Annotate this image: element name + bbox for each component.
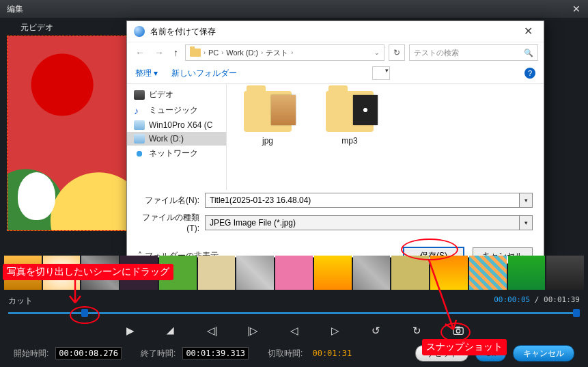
help-icon[interactable]: ? bbox=[524, 68, 535, 79]
breadcrumb[interactable]: › PC › Work (D:) › テスト › ⌄ bbox=[185, 44, 384, 61]
editor-titlebar: 編集 ✕ bbox=[0, 0, 588, 18]
forward-icon[interactable]: → bbox=[152, 47, 167, 58]
start-time-field[interactable]: 00:00:08.276 bbox=[55, 347, 122, 359]
svg-rect-2 bbox=[456, 327, 460, 329]
chevron-right-icon: › bbox=[204, 49, 206, 56]
svg-point-1 bbox=[456, 329, 460, 333]
next-frame-icon[interactable]: |▷ bbox=[247, 325, 260, 337]
track-line bbox=[8, 312, 580, 314]
rotate-ccw-icon[interactable]: ↺ bbox=[370, 325, 382, 337]
refresh-icon[interactable]: ↻ bbox=[389, 44, 405, 61]
mark-in-icon[interactable] bbox=[165, 325, 178, 337]
tree-item-network[interactable]: ネットワーク bbox=[127, 146, 226, 161]
chevron-down-icon[interactable]: ⌄ bbox=[374, 49, 380, 56]
folder-thumb bbox=[353, 95, 378, 125]
chevron-down-icon[interactable]: ▾ bbox=[519, 193, 532, 207]
filename-field[interactable]: Title1(2025-01-23 16.48.04)▾ bbox=[205, 193, 533, 208]
time-display: 00:00:05 / 00:01:39 bbox=[494, 295, 580, 304]
snapshot-icon[interactable] bbox=[452, 325, 464, 337]
thumb[interactable] bbox=[120, 256, 158, 290]
tree-item-drive-d[interactable]: Work (D:) bbox=[127, 132, 226, 146]
trim-end-handle[interactable] bbox=[573, 309, 580, 317]
thumb[interactable] bbox=[391, 256, 429, 290]
cut-track[interactable] bbox=[8, 309, 580, 317]
film-icon bbox=[134, 90, 145, 100]
dialog-title-text: 名前を付けて保存 bbox=[150, 21, 216, 42]
dialog-close-icon[interactable]: ✕ bbox=[520, 21, 537, 42]
reset-button[interactable]: リセット bbox=[415, 345, 468, 362]
svg-rect-0 bbox=[453, 328, 462, 335]
folder-item[interactable]: mp3 bbox=[322, 91, 377, 146]
app-icon bbox=[134, 26, 145, 37]
thumb[interactable] bbox=[546, 256, 584, 290]
folder-icon bbox=[190, 49, 201, 57]
new-folder-button[interactable]: 新しいフォルダー bbox=[171, 68, 237, 79]
tree-item-drive-c[interactable]: Win10Pro X64 (C bbox=[127, 118, 226, 132]
cut-label: カット bbox=[8, 295, 33, 307]
folder-item[interactable]: jpg bbox=[240, 91, 295, 146]
thumb[interactable] bbox=[314, 256, 352, 290]
current-time: 00:00:05 bbox=[494, 295, 530, 304]
filename-label: ファイル名(N): bbox=[138, 195, 199, 206]
prev-frame-icon[interactable]: ◁| bbox=[206, 325, 219, 337]
tree-item-video[interactable]: ビデオ bbox=[127, 87, 226, 103]
drive-icon bbox=[134, 134, 145, 144]
step-back-icon[interactable]: ◁ bbox=[288, 325, 300, 337]
breadcrumb-seg[interactable]: テスト bbox=[266, 48, 288, 58]
dialog-toolbar: 整理 ▾ 新しいフォルダー ? bbox=[127, 63, 544, 84]
music-icon: ♪ bbox=[134, 106, 145, 115]
thumb[interactable] bbox=[43, 256, 81, 290]
play-icon[interactable]: ▶ bbox=[124, 325, 137, 337]
folder-thumb bbox=[271, 95, 296, 125]
chevron-down-icon[interactable]: ▾ bbox=[519, 216, 532, 230]
thumb[interactable] bbox=[430, 256, 468, 290]
trim-start-handle[interactable] bbox=[81, 309, 88, 317]
video-character bbox=[18, 172, 55, 220]
network-icon bbox=[134, 149, 145, 159]
chevron-right-icon: › bbox=[261, 49, 263, 56]
video-preview bbox=[7, 36, 130, 231]
time-sep: / bbox=[530, 295, 544, 304]
breadcrumb-seg[interactable]: PC bbox=[208, 49, 219, 57]
thumb[interactable] bbox=[4, 256, 42, 290]
rotate-cw-icon[interactable]: ↻ bbox=[411, 325, 423, 337]
search-placeholder: テストの検索 bbox=[414, 48, 459, 58]
ok-button[interactable]: Ok bbox=[475, 345, 506, 362]
trim-time-label: 切取時間: bbox=[268, 348, 303, 359]
thumb[interactable] bbox=[275, 256, 313, 290]
view-options[interactable] bbox=[372, 66, 390, 80]
editor-close-icon[interactable]: ✕ bbox=[570, 3, 583, 15]
back-icon[interactable]: ← bbox=[132, 47, 148, 58]
up-icon[interactable]: ↑ bbox=[171, 47, 181, 58]
thumb[interactable] bbox=[508, 256, 546, 290]
drive-icon bbox=[134, 120, 145, 130]
folder-icon bbox=[244, 91, 292, 132]
folder-tree: ビデオ ♪ミュージック Win10Pro X64 (C Work (D:) ネッ… bbox=[127, 84, 227, 190]
chevron-right-icon: › bbox=[291, 49, 293, 56]
editor-cancel-button[interactable]: キャンセル bbox=[513, 345, 574, 362]
folder-pane[interactable]: jpg mp3 bbox=[227, 84, 544, 190]
thumb[interactable] bbox=[159, 256, 197, 290]
filetype-field[interactable]: JPEG Image File (*.jpg)▾ bbox=[205, 215, 533, 230]
folder-label: mp3 bbox=[341, 136, 357, 146]
search-input[interactable]: テストの検索 🔍 bbox=[409, 44, 538, 61]
save-dialog: 名前を付けて保存 ✕ ← → ↑ › PC › Work (D:) › テスト … bbox=[126, 21, 544, 258]
thumb[interactable] bbox=[81, 256, 119, 290]
thumbnail-strip[interactable] bbox=[4, 256, 584, 290]
editor-title-text: 編集 bbox=[7, 4, 23, 14]
dialog-nav: ← → ↑ › PC › Work (D:) › テスト › ⌄ ↻ テストの検… bbox=[127, 42, 544, 63]
step-forward-icon[interactable]: ▷ bbox=[329, 325, 341, 337]
search-icon: 🔍 bbox=[524, 49, 533, 57]
thumb[interactable] bbox=[236, 256, 274, 290]
folder-icon bbox=[326, 91, 374, 132]
chevron-right-icon: › bbox=[221, 49, 223, 56]
breadcrumb-seg[interactable]: Work (D:) bbox=[226, 49, 258, 57]
tree-item-music[interactable]: ♪ミュージック bbox=[127, 103, 226, 118]
start-time-label: 開始時間: bbox=[14, 348, 48, 359]
organize-menu[interactable]: 整理 ▾ bbox=[135, 68, 158, 79]
end-time-field[interactable]: 00:01:39.313 bbox=[182, 347, 249, 359]
thumb[interactable] bbox=[469, 256, 507, 290]
end-time-label: 終了時間: bbox=[141, 348, 176, 359]
thumb[interactable] bbox=[198, 256, 236, 290]
thumb[interactable] bbox=[353, 256, 391, 290]
